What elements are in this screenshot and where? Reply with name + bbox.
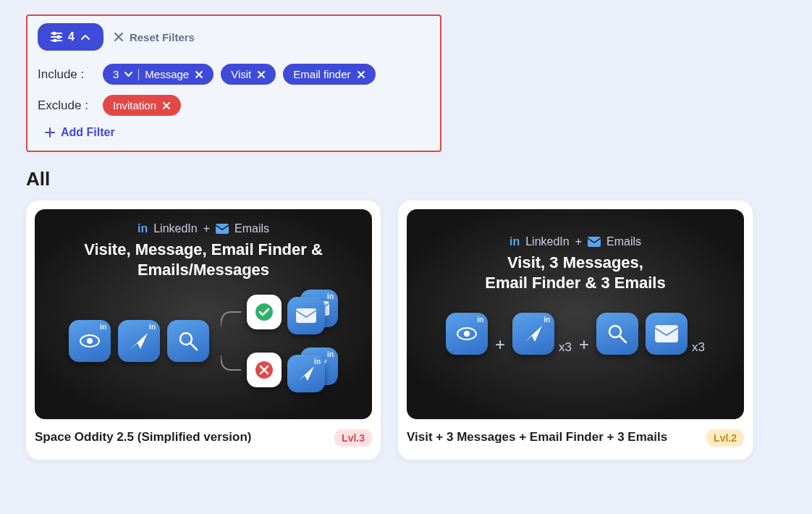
plus-icon	[45, 127, 55, 138]
chip-label: Message	[145, 68, 189, 80]
chip-divider	[138, 69, 139, 80]
linkedin-icon: in	[138, 222, 148, 235]
channel-emails-label: Emails	[606, 235, 641, 248]
card-visual-title-line1: Visit, 3 Messages,	[485, 253, 665, 273]
exclude-label: Exclude :	[38, 98, 96, 113]
mail-icon	[588, 237, 601, 247]
svg-point-4	[57, 35, 59, 38]
message-step-icon: in	[512, 313, 554, 355]
card-title: Space Oddity 2.5 (Simplified version)	[35, 429, 251, 445]
email-finder-step-icon	[167, 320, 209, 362]
plus-separator: +	[579, 334, 589, 355]
linkedin-badge-icon: in	[314, 358, 321, 366]
svg-point-3	[53, 32, 55, 34]
sliders-icon	[51, 32, 62, 42]
chevron-up-icon	[80, 33, 90, 41]
reset-filters-button[interactable]: Reset Filters	[114, 31, 195, 43]
close-icon	[114, 32, 124, 42]
include-chip-visit[interactable]: Visit	[221, 64, 276, 85]
svg-point-17	[464, 331, 470, 337]
card-visual: in LinkedIn + Emails Visit, 3 Messages, …	[407, 209, 744, 419]
linkedin-badge-icon: in	[544, 316, 550, 324]
linkedin-badge-icon: in	[327, 292, 334, 300]
include-chip-email-finder[interactable]: Email finder	[283, 64, 375, 85]
level-badge: Lvl.3	[334, 429, 372, 447]
channel-linkedin-label: LinkedIn	[525, 235, 570, 248]
filter-panel: 4 Reset Filters Include : 3 Message	[26, 14, 441, 152]
linkedin-icon: in	[509, 235, 520, 248]
chevron-down-icon	[124, 72, 132, 77]
branch-connector-icon	[221, 298, 241, 326]
template-card[interactable]: in LinkedIn + Emails Visite, Message, Em…	[26, 201, 381, 460]
email-step-icon	[646, 313, 688, 355]
card-visual-title-line2: Email Finder & 3 Emails	[485, 273, 665, 293]
chip-count: 3	[113, 68, 119, 80]
svg-line-10	[190, 343, 197, 350]
filter-top-row: 4 Reset Filters	[38, 23, 430, 51]
visit-step-icon: in	[69, 320, 111, 362]
include-chips: 3 Message Visit Email finder	[103, 64, 376, 85]
multiplier-label: x3	[692, 340, 705, 355]
section-heading: All	[26, 168, 786, 190]
chip-label: Email finder	[293, 68, 350, 80]
success-branch-icon	[247, 295, 282, 329]
channel-plus: +	[203, 222, 210, 235]
multiplier-label: x3	[559, 340, 572, 355]
card-channels: in LinkedIn + Emails	[509, 235, 641, 248]
cards-grid: in LinkedIn + Emails Visite, Message, Em…	[26, 201, 786, 460]
filter-count: 4	[68, 30, 75, 43]
message-step-icon: in	[118, 320, 160, 362]
flow-row: in in	[69, 290, 338, 392]
chip-remove-icon[interactable]	[162, 101, 171, 110]
card-visual-title: Visite, Message, Email Finder & Emails/M…	[84, 240, 323, 279]
svg-rect-20	[655, 325, 678, 342]
svg-point-5	[54, 39, 56, 41]
svg-rect-6	[216, 224, 229, 234]
card-visual-title-line2: Emails/Messages	[84, 260, 323, 280]
include-label: Include :	[38, 67, 96, 82]
card-channels: in LinkedIn + Emails	[138, 222, 269, 235]
chip-remove-icon[interactable]	[195, 70, 203, 79]
chip-label: Invitation	[113, 99, 156, 111]
card-visual: in LinkedIn + Emails Visite, Message, Em…	[35, 209, 372, 419]
channel-linkedin-label: LinkedIn	[153, 222, 198, 235]
chip-label: Visit	[231, 68, 251, 80]
chip-remove-icon[interactable]	[257, 70, 266, 79]
exclude-chip-invitation[interactable]: Invitation	[103, 95, 181, 116]
svg-rect-15	[588, 237, 601, 247]
linkedin-badge-icon: in	[477, 316, 483, 324]
linkedin-badge-icon: in	[327, 350, 334, 358]
visit-step-icon: in	[446, 313, 488, 355]
card-footer: Space Oddity 2.5 (Simplified version) Lv…	[35, 429, 372, 447]
exclude-row: Exclude : Invitation	[38, 95, 430, 116]
branch-connector-icon	[221, 355, 241, 384]
card-footer: Visit + 3 Messages + Email Finder + 3 Em…	[407, 429, 744, 447]
level-badge: Lvl.2	[706, 429, 744, 447]
card-visual-title-line1: Visite, Message, Email Finder &	[84, 240, 323, 260]
reset-filters-label: Reset Filters	[130, 31, 195, 43]
card-visual-title: Visit, 3 Messages, Email Finder & 3 Emai…	[485, 253, 665, 292]
svg-point-8	[87, 338, 93, 344]
channel-plus: +	[575, 235, 582, 248]
include-row: Include : 3 Message Visit Email	[38, 64, 430, 85]
plus-separator: +	[495, 334, 505, 355]
template-card[interactable]: in LinkedIn + Emails Visit, 3 Messages, …	[398, 201, 753, 460]
message-stack-icon: in in	[287, 347, 338, 392]
mail-icon	[216, 224, 229, 234]
svg-point-11	[255, 303, 273, 321]
fail-branch-icon	[247, 353, 282, 387]
channel-emails-label: Emails	[234, 222, 269, 235]
linkedin-badge-icon: in	[100, 323, 106, 331]
svg-line-19	[619, 336, 626, 342]
email-stack-icon: in	[287, 290, 338, 334]
filter-count-toggle[interactable]: 4	[38, 23, 103, 51]
linkedin-badge-icon: in	[149, 323, 156, 331]
add-filter-label: Add Filter	[61, 126, 115, 139]
flow-row: in + in x3 + x3	[446, 313, 705, 355]
svg-rect-13	[296, 308, 316, 323]
chip-remove-icon[interactable]	[357, 70, 365, 79]
card-title: Visit + 3 Messages + Email Finder + 3 Em…	[407, 429, 667, 445]
email-finder-step-icon	[596, 313, 638, 355]
add-filter-button[interactable]: Add Filter	[45, 126, 115, 139]
include-chip-message[interactable]: 3 Message	[103, 64, 213, 85]
